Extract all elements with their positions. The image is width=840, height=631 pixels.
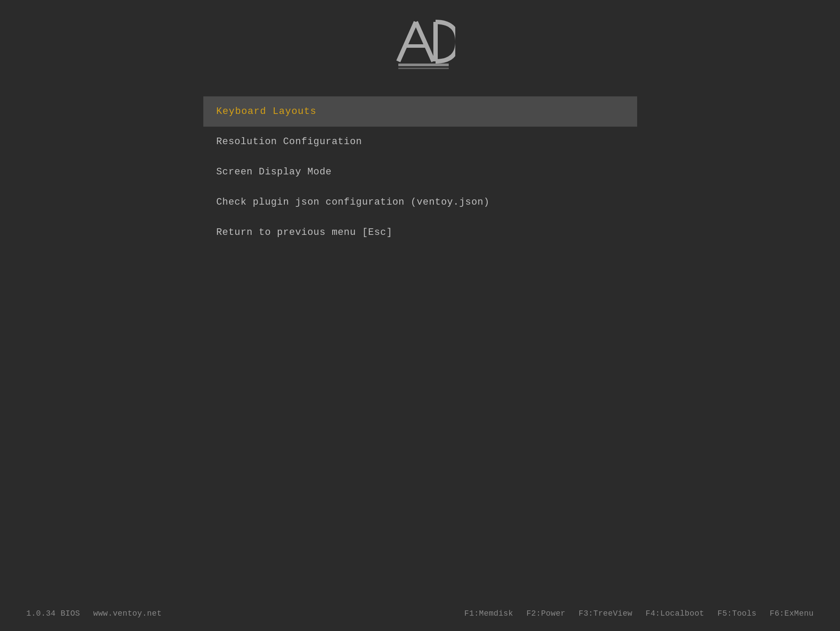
website-info: www.ventoy.net <box>93 609 162 618</box>
key-f4[interactable]: F4:Localboot <box>645 609 704 618</box>
svg-line-0 <box>398 22 416 61</box>
key-f3[interactable]: F3:TreeView <box>579 609 633 618</box>
menu-item-keyboard-layouts[interactable]: Keyboard Layouts <box>203 96 637 127</box>
key-f1[interactable]: F1:Memdisk <box>464 609 514 618</box>
status-left: 1.0.34 BIOS www.ventoy.net <box>26 609 162 618</box>
menu-item-return-previous[interactable]: Return to previous menu [Esc] <box>203 217 637 248</box>
menu-item-screen-display-mode[interactable]: Screen Display Mode <box>203 157 637 187</box>
ventoy-logo <box>385 13 455 70</box>
version-info: 1.0.34 BIOS <box>26 609 80 618</box>
menu-container: Keyboard Layouts Resolution Configuratio… <box>203 96 637 248</box>
key-f2[interactable]: F2:Power <box>526 609 565 618</box>
status-bar: 1.0.34 BIOS www.ventoy.net F1:Memdisk F2… <box>0 609 840 618</box>
main-screen: Keyboard Layouts Resolution Configuratio… <box>0 0 840 631</box>
menu-item-check-plugin-json[interactable]: Check plugin json configuration (ventoy.… <box>203 187 637 217</box>
logo-area <box>385 13 455 70</box>
key-f5[interactable]: F5:Tools <box>717 609 756 618</box>
svg-line-1 <box>416 22 433 61</box>
menu-item-resolution-configuration[interactable]: Resolution Configuration <box>203 127 637 157</box>
status-right: F1:Memdisk F2:Power F3:TreeView F4:Local… <box>464 609 814 618</box>
key-f6[interactable]: F6:ExMenu <box>770 609 814 618</box>
